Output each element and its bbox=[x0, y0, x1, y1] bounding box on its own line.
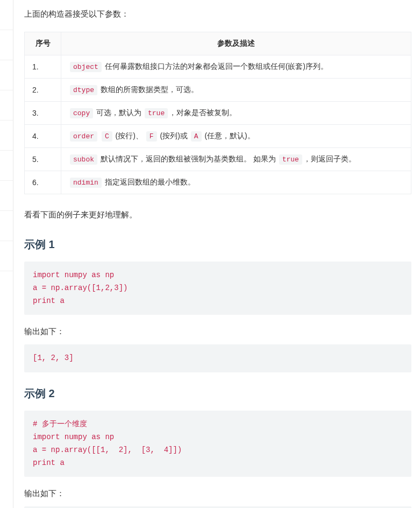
sidebar-item[interactable] bbox=[0, 90, 13, 121]
sidebar-item[interactable] bbox=[0, 30, 13, 60]
text: (任意，默认)。 bbox=[203, 131, 255, 140]
code-token: copy bbox=[70, 108, 93, 118]
th-desc: 参数及描述 bbox=[61, 32, 411, 55]
cell-desc: subok 默认情况下，返回的数组被强制为基类数组。 如果为 true，则返回子… bbox=[61, 147, 411, 171]
code-token: C bbox=[102, 131, 112, 142]
table-row: 4. order C (按行)、 F (按列)或 A (任意，默认)。 bbox=[25, 124, 411, 147]
sidebar-item[interactable] bbox=[0, 0, 13, 30]
table-row: 1. object 任何暴露数组接口方法的对象都会返回一个数组或任何(嵌套)序列… bbox=[25, 55, 411, 78]
cell-desc: order C (按行)、 F (按列)或 A (任意，默认)。 bbox=[61, 124, 411, 147]
cell-seq: 5. bbox=[25, 147, 61, 171]
table-row: 6. ndimin 指定返回数组的最小维数。 bbox=[25, 171, 411, 194]
example-2-output-label: 输出如下： bbox=[24, 489, 411, 499]
code-token: dtype bbox=[70, 85, 97, 95]
example-1-output-label: 输出如下： bbox=[24, 327, 411, 337]
text: ，对象是否被复制。 bbox=[169, 108, 237, 117]
sidebar-item[interactable] bbox=[0, 241, 13, 271]
sidebar-nav bbox=[0, 0, 13, 508]
cell-desc: dtype 数组的所需数据类型，可选。 bbox=[61, 78, 411, 101]
intro-text: 上面的构造器接受以下参数： bbox=[24, 6, 411, 22]
text bbox=[98, 131, 101, 140]
cell-seq: 6. bbox=[25, 171, 61, 194]
text: 任何暴露数组接口方法的对象都会返回一个数组或任何(嵌套)序列。 bbox=[103, 62, 328, 70]
cell-desc: object 任何暴露数组接口方法的对象都会返回一个数组或任何(嵌套)序列。 bbox=[61, 55, 411, 78]
sidebar-item[interactable] bbox=[0, 151, 13, 181]
table-row: 5. subok 默认情况下，返回的数组被强制为基类数组。 如果为 true，则… bbox=[25, 147, 411, 171]
cell-seq: 3. bbox=[25, 101, 61, 124]
text: (按列)或 bbox=[158, 131, 190, 140]
code-token: A bbox=[191, 131, 202, 142]
example-1-code: import numpy as np a = np.array([1,2,3])… bbox=[24, 262, 411, 315]
params-table: 序号 参数及描述 1. object 任何暴露数组接口方法的对象都会返回一个数组… bbox=[24, 32, 411, 194]
cell-desc: ndimin 指定返回数组的最小维数。 bbox=[61, 171, 411, 194]
text: 默认情况下，返回的数组被强制为基类数组。 如果为 bbox=[98, 154, 278, 163]
sidebar-item[interactable] bbox=[0, 121, 13, 151]
code-token: F bbox=[146, 131, 157, 142]
th-seq: 序号 bbox=[25, 32, 61, 55]
cell-seq: 2. bbox=[25, 78, 61, 101]
text: (按行)、 bbox=[113, 131, 145, 140]
code-token: order bbox=[70, 131, 97, 142]
text: 指定返回数组的最小维数。 bbox=[103, 178, 195, 186]
cell-seq: 1. bbox=[25, 55, 61, 78]
sidebar-item[interactable] bbox=[0, 60, 13, 90]
text: ，则返回子类。 bbox=[303, 154, 356, 163]
table-row: 3. copy 可选，默认为 true，对象是否被复制。 bbox=[25, 101, 411, 124]
after-table-text: 看看下面的例子来更好地理解。 bbox=[24, 207, 411, 223]
code-token: subok bbox=[70, 154, 97, 165]
code-token: object bbox=[70, 62, 102, 72]
example-2-heading: 示例 2 bbox=[24, 386, 411, 401]
example-1-output: [1, 2, 3] bbox=[24, 344, 411, 372]
cell-seq: 4. bbox=[25, 124, 61, 147]
code-token: ndimin bbox=[70, 178, 102, 188]
code-token: true bbox=[145, 108, 168, 118]
text: 数组的所需数据类型，可选。 bbox=[98, 85, 198, 94]
example-2-code: # 多于一个维度 import numpy as np a = np.array… bbox=[24, 411, 411, 477]
code-token: true bbox=[279, 154, 302, 165]
example-1-heading: 示例 1 bbox=[24, 237, 411, 252]
main-content: 上面的构造器接受以下参数： 序号 参数及描述 1. object 任何暴露数组接… bbox=[13, 0, 420, 508]
sidebar-item[interactable] bbox=[0, 211, 13, 241]
sidebar-item[interactable] bbox=[0, 181, 13, 211]
table-row: 2. dtype 数组的所需数据类型，可选。 bbox=[25, 78, 411, 101]
cell-desc: copy 可选，默认为 true，对象是否被复制。 bbox=[61, 101, 411, 124]
text: 可选，默认为 bbox=[94, 108, 144, 117]
